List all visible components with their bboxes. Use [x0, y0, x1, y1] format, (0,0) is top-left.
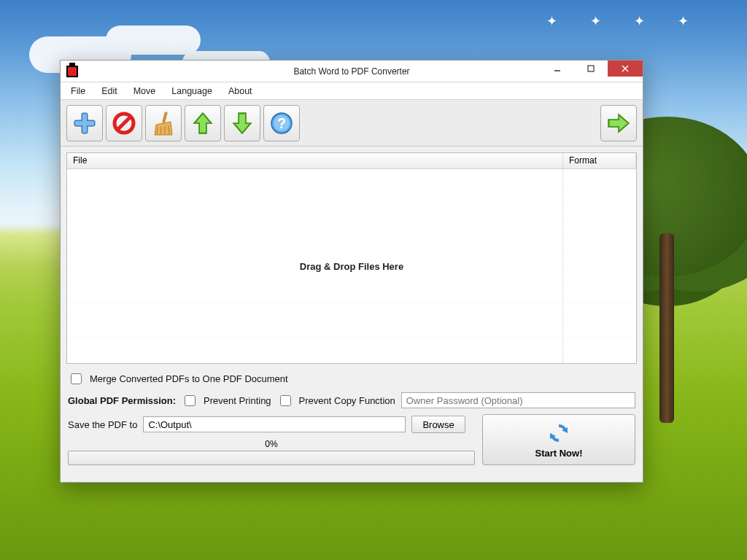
start-button[interactable]: Start Now! [482, 414, 635, 465]
svg-rect-7 [75, 121, 94, 125]
menu-move[interactable]: Move [126, 85, 163, 98]
clear-button[interactable] [145, 105, 182, 141]
prevent-copy-label: Prevent Copy Function [299, 395, 395, 406]
move-down-button[interactable] [224, 105, 260, 141]
svg-text:?: ? [277, 115, 286, 131]
table-header: File Format [67, 153, 636, 169]
menu-edit[interactable]: Edit [94, 85, 125, 98]
toolbar: ? [61, 100, 643, 147]
prevent-copy-checkbox[interactable] [280, 395, 291, 406]
column-file[interactable]: File [67, 153, 563, 168]
prevent-printing-label: Prevent Printing [204, 395, 271, 406]
permission-label: Global PDF Permission: [68, 395, 176, 406]
move-up-button[interactable] [185, 105, 221, 141]
app-window: Batch Word to PDF Converter File Edit Mo… [60, 60, 643, 483]
table-body[interactable]: Drag & Drop Files Here [67, 169, 636, 363]
menu-language[interactable]: Language [164, 85, 220, 98]
svg-rect-10 [162, 111, 168, 122]
arrow-right-icon [605, 110, 632, 136]
menubar: File Edit Move Language About [61, 82, 643, 100]
owner-password-input[interactable] [401, 392, 635, 408]
help-icon: ? [268, 110, 295, 136]
plus-icon [71, 110, 98, 136]
menu-about[interactable]: About [221, 85, 260, 98]
arrow-up-icon [190, 110, 216, 136]
drop-hint: Drag & Drop Files Here [67, 261, 636, 272]
start-button-label: Start Now! [535, 448, 583, 459]
save-path-input[interactable] [143, 416, 406, 432]
add-button[interactable] [66, 105, 103, 141]
svg-line-9 [117, 117, 131, 130]
forbidden-icon [111, 110, 137, 136]
remove-button[interactable] [106, 105, 142, 141]
broom-icon [150, 110, 177, 136]
merge-label: Merge Converted PDFs to One PDF Document [90, 373, 288, 384]
file-table[interactable]: File Format Drag & Drop Files Here [66, 152, 637, 364]
titlebar: Batch Word to PDF Converter [61, 61, 643, 82]
menu-file[interactable]: File [63, 85, 93, 98]
options-panel: Merge Converted PDFs to One PDF Document… [61, 370, 643, 471]
progress-label: 0% [68, 439, 475, 449]
progress-bar [68, 451, 475, 465]
refresh-icon [547, 421, 570, 445]
help-button[interactable]: ? [263, 105, 300, 141]
window-title: Batch Word to PDF Converter [61, 66, 643, 77]
merge-checkbox[interactable] [71, 373, 82, 384]
browse-button[interactable]: Browse [411, 416, 465, 433]
column-format[interactable]: Format [563, 153, 636, 168]
save-path-label: Save the PDF to [68, 419, 137, 430]
arrow-down-icon [229, 110, 255, 136]
convert-button[interactable] [600, 105, 637, 141]
prevent-printing-checkbox[interactable] [185, 395, 196, 406]
